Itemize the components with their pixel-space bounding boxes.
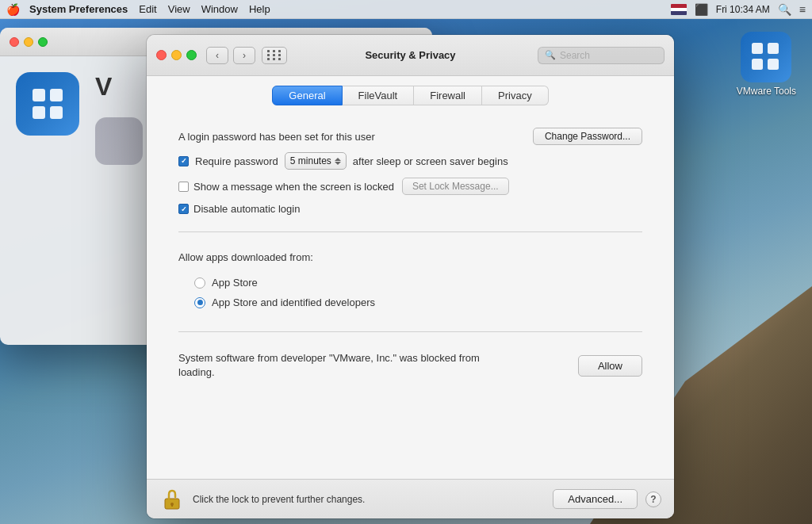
vmware-small-icon-1 bbox=[95, 117, 143, 165]
forward-button[interactable]: › bbox=[233, 47, 255, 64]
menubar-help[interactable]: Help bbox=[249, 3, 270, 15]
security-window-title: Security & Privacy bbox=[365, 49, 455, 61]
lock-icon-container[interactable] bbox=[159, 487, 185, 512]
vmware-desktop-icon[interactable]: VMware Tools bbox=[737, 32, 796, 97]
disable-login-checkbox[interactable] bbox=[178, 204, 189, 214]
security-content: A login password has been set for this u… bbox=[147, 112, 674, 399]
menubar: 🍎 System Preferences Edit View Window He… bbox=[0, 0, 812, 19]
show-message-label: Show a message when the screen is locked bbox=[193, 181, 394, 193]
tab-firewall[interactable]: Firewall bbox=[414, 86, 482, 105]
menubar-app-name[interactable]: System Preferences bbox=[29, 3, 128, 15]
apps-downloaded-label: Allow apps downloaded from: bbox=[178, 251, 642, 263]
require-password-row: Require password 5 minutes after sleep o… bbox=[178, 148, 642, 174]
disable-login-row: Disable automatic login bbox=[178, 199, 642, 219]
grid-dot bbox=[267, 54, 270, 56]
radio-app-store[interactable] bbox=[194, 277, 205, 289]
window-nav-buttons: ‹ › bbox=[206, 47, 255, 64]
radio-app-store-row: App Store bbox=[178, 273, 642, 293]
security-bottom-bar: Click the lock to prevent further change… bbox=[147, 479, 674, 518]
disable-login-label: Disable automatic login bbox=[193, 203, 300, 215]
svg-rect-10 bbox=[171, 504, 173, 507]
security-search-bar[interactable]: 🔍 Search bbox=[538, 47, 665, 64]
vmware-large-icon bbox=[16, 72, 79, 136]
require-password-dropdown[interactable]: 5 minutes bbox=[285, 152, 347, 170]
tab-privacy[interactable]: Privacy bbox=[482, 86, 549, 105]
apple-menu[interactable]: 🍎 bbox=[6, 3, 20, 16]
dropdown-arrow-icon bbox=[335, 158, 341, 165]
search-bar-placeholder: Search bbox=[560, 50, 590, 61]
section-divider-1 bbox=[178, 231, 642, 232]
grid-view-button[interactable] bbox=[262, 47, 287, 64]
vmware-desktop-icon-svg bbox=[749, 40, 783, 75]
security-titlebar: ‹ › Security & Privacy 🔍 Search bbox=[147, 35, 674, 76]
security-zoom-btn[interactable] bbox=[186, 50, 197, 60]
security-traffic-lights bbox=[156, 50, 197, 60]
vmware-zoom-btn[interactable] bbox=[38, 37, 48, 47]
language-flag-icon bbox=[671, 4, 687, 15]
spotlight-search-icon[interactable]: 🔍 bbox=[778, 3, 791, 16]
svg-rect-5 bbox=[768, 43, 779, 54]
change-password-button[interactable]: Change Password... bbox=[533, 128, 642, 145]
back-button[interactable]: ‹ bbox=[206, 47, 228, 64]
after-sleep-label: after sleep or screen saver begins bbox=[353, 155, 508, 167]
radio-identified-developers-label: App Store and identified developers bbox=[212, 296, 375, 308]
vmware-desktop-icon-label: VMware Tools bbox=[737, 86, 796, 97]
arrow-up bbox=[335, 158, 341, 161]
vmware-bg-traffic-lights bbox=[10, 37, 48, 47]
menubar-window[interactable]: Window bbox=[201, 3, 238, 15]
section-divider-2 bbox=[178, 331, 642, 332]
grid-dot bbox=[273, 50, 275, 52]
svg-rect-7 bbox=[768, 59, 779, 70]
vmware-close-btn[interactable] bbox=[10, 37, 19, 47]
grid-dot bbox=[267, 58, 270, 60]
vmware-desktop-icon-img bbox=[741, 32, 791, 82]
require-password-dropdown-value: 5 minutes bbox=[290, 155, 331, 166]
tab-general[interactable]: General bbox=[272, 86, 342, 105]
grid-dot bbox=[278, 54, 281, 56]
require-password-label: Require password bbox=[195, 155, 278, 167]
display-icon[interactable]: ⬛ bbox=[695, 3, 708, 16]
grid-dot bbox=[273, 54, 275, 56]
password-row: A login password has been set for this u… bbox=[178, 124, 642, 148]
svg-rect-2 bbox=[33, 106, 45, 119]
svg-rect-6 bbox=[752, 59, 763, 70]
set-lock-message-button[interactable]: Set Lock Message... bbox=[402, 178, 509, 195]
help-button[interactable]: ? bbox=[645, 491, 661, 507]
lock-icon bbox=[163, 488, 182, 511]
allow-button[interactable]: Allow bbox=[578, 355, 642, 377]
tabs-container: General FileVault Firewall Privacy bbox=[147, 76, 674, 112]
grid-icon bbox=[267, 50, 282, 60]
system-software-text: System software from developer "VMware, … bbox=[178, 351, 496, 380]
require-password-checkbox[interactable] bbox=[178, 156, 189, 166]
menubar-items: System Preferences Edit View Window Help bbox=[29, 3, 671, 15]
radio-app-store-label: App Store bbox=[212, 277, 258, 289]
advanced-button[interactable]: Advanced... bbox=[553, 489, 638, 509]
grid-dot bbox=[267, 50, 270, 52]
security-close-btn[interactable] bbox=[156, 50, 167, 60]
grid-dot bbox=[278, 58, 281, 60]
menubar-edit[interactable]: Edit bbox=[139, 3, 156, 15]
arrow-down bbox=[335, 162, 341, 165]
svg-rect-3 bbox=[50, 106, 63, 119]
svg-rect-4 bbox=[752, 43, 763, 54]
search-bar-icon: 🔍 bbox=[545, 50, 556, 60]
radio-identified-developers-row: App Store and identified developers bbox=[178, 293, 642, 312]
system-software-section: System software from developer "VMware, … bbox=[178, 345, 642, 386]
password-label: A login password has been set for this u… bbox=[178, 131, 375, 143]
svg-rect-1 bbox=[50, 89, 63, 101]
notification-center-icon[interactable]: ≡ bbox=[799, 3, 806, 16]
menubar-view[interactable]: View bbox=[168, 3, 190, 15]
security-minimize-btn[interactable] bbox=[171, 50, 182, 60]
vmware-logo-svg bbox=[26, 82, 70, 126]
tab-filevault[interactable]: FileVault bbox=[343, 86, 415, 105]
apps-downloaded-section: Allow apps downloaded from: App Store Ap… bbox=[178, 245, 642, 319]
grid-dot bbox=[278, 50, 281, 52]
radio-identified-developers[interactable] bbox=[194, 297, 205, 308]
grid-dot bbox=[273, 58, 275, 60]
menubar-right: ⬛ Fri 10:34 AM 🔍 ≡ bbox=[671, 3, 806, 16]
vmware-minimize-btn[interactable] bbox=[24, 37, 33, 47]
show-message-checkbox[interactable] bbox=[178, 182, 189, 192]
security-privacy-window: ‹ › Security & Privacy 🔍 Search General bbox=[147, 35, 674, 518]
lock-text: Click the lock to prevent further change… bbox=[193, 494, 545, 505]
menubar-clock: Fri 10:34 AM bbox=[716, 4, 770, 15]
